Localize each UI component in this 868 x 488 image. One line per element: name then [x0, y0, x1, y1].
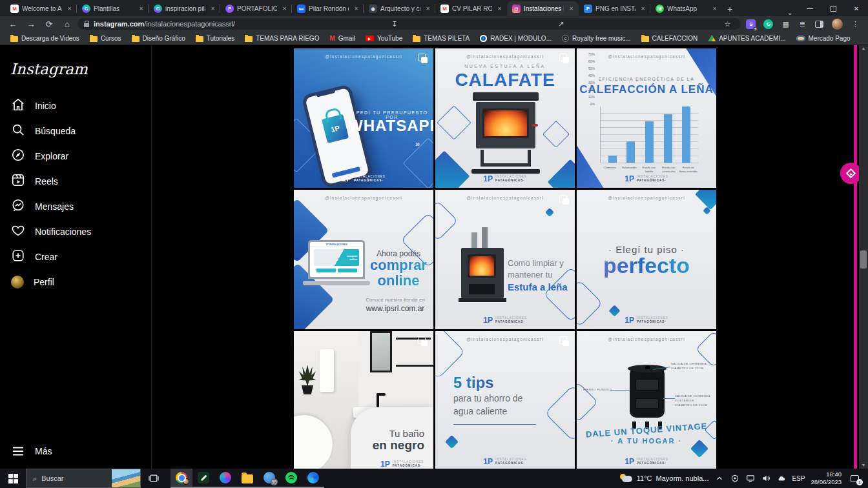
tab-close-icon[interactable]: ✕ — [65, 5, 74, 12]
bookmark-item[interactable]: TEMAS PILETA — [409, 34, 473, 43]
bookmark-item[interactable]: RADEX | MODULO... — [476, 34, 555, 43]
post-comprar-online[interactable]: @instalacionespatagonicassrl 1P INSTALAC… — [294, 190, 433, 329]
post-5-tips[interactable]: @instalacionespatagonicassrl 5 tips para… — [435, 331, 575, 469]
clock[interactable]: 18:40 28/06/2023 — [811, 471, 842, 486]
sidebar-item-inicio[interactable]: Inicio — [0, 93, 152, 118]
side-panel-icon[interactable] — [815, 21, 823, 28]
taskbar-app-spotify[interactable] — [280, 469, 302, 488]
post-vintage[interactable]: @instalacionespatagonicassrl SALIDA DE C… — [577, 331, 716, 469]
bookmark-item[interactable]: Cursos — [86, 34, 125, 43]
bookmark-item[interactable]: TEMAS PARA RIEGO — [241, 34, 323, 43]
maximize-button[interactable] — [822, 1, 845, 16]
brand-monogram: 1P — [483, 458, 493, 465]
scrollbar-thumb[interactable] — [860, 250, 867, 269]
taskbar-app-59[interactable]: 59 — [258, 469, 280, 488]
close-window-button[interactable]: ✕ — [845, 1, 868, 16]
tab-close-icon[interactable]: ✕ — [137, 5, 145, 12]
bookmark-item[interactable]: cRoyalty free music... — [558, 34, 635, 43]
tab-title: Instalaciones Patag — [524, 5, 564, 12]
browser-tab[interactable]: ☏WhatsApp✕ — [650, 1, 722, 16]
onedrive-cloud-icon[interactable] — [776, 474, 786, 483]
post-bano-negro[interactable]: Tu baño en negro 1PINSTALACIONESPATAGÓNI… — [294, 331, 433, 469]
sidebar-item-perfil[interactable]: Perfil — [0, 269, 152, 294]
tab-close-icon[interactable]: ✕ — [495, 5, 504, 12]
task-view-button[interactable] — [141, 469, 167, 488]
bookmark-item[interactable]: CALEFACCION — [637, 34, 702, 43]
back-icon[interactable]: ← — [5, 19, 21, 29]
browser-tab[interactable]: MWelcome to Adobe✕ — [5, 1, 77, 16]
sidebar-item-crear[interactable]: Crear — [0, 244, 152, 269]
address-bar[interactable]: instagram.com/instalacionespatagonicassr… — [78, 18, 741, 30]
tab-close-icon[interactable]: ✕ — [710, 5, 719, 12]
extensions-puzzle-icon[interactable]: ▦ — [778, 20, 792, 28]
sidebar-item-notificaciones[interactable]: Notificaciones — [0, 219, 152, 244]
browser-tab[interactable]: ◉Arquitecto y creati✕ — [364, 1, 435, 16]
browser-menu-icon[interactable]: ⋮ — [848, 20, 863, 28]
forward-icon[interactable]: → — [23, 19, 39, 29]
tab-search-chevron-icon[interactable]: ⌄ — [781, 9, 798, 16]
post-limpiar-estufa[interactable]: @instalacionespatagonicassrl Como limpia… — [435, 190, 575, 329]
browser-tab[interactable]: PPNG en INSTALAC✕ — [579, 1, 650, 16]
notification-center-button[interactable]: 1 — [847, 471, 862, 485]
post-whatsapp[interactable]: @instalacionespatagonicassrl 1P PEDÍ TU … — [294, 48, 433, 188]
taskbar-search-box[interactable]: ⌕ Buscar — [26, 469, 141, 488]
taskbar-app-edge[interactable] — [302, 469, 324, 488]
browser-tab[interactable]: ◻Instalaciones Patag✕ — [507, 1, 579, 16]
bookmark-star-icon[interactable]: ☆ — [721, 20, 735, 28]
reading-list-icon[interactable]: ≣ — [796, 20, 809, 28]
bookmark-item[interactable]: Tutoriales — [192, 34, 239, 43]
post-piso-perfecto[interactable]: @instalacionespatagonicassrl · Elegí tu … — [577, 190, 716, 329]
sidebar-item-more[interactable]: Más — [0, 444, 52, 458]
bookmark-item[interactable]: APUNTES ACADEMI... — [704, 34, 789, 43]
browser-tab[interactable]: CPlantillas✕ — [77, 1, 149, 16]
scroll-down-icon[interactable]: ▼ — [862, 462, 866, 469]
tray-chevron-icon[interactable] — [714, 474, 724, 483]
sidebar-item-explorar[interactable]: Explorar — [0, 143, 152, 168]
start-button[interactable] — [0, 469, 26, 488]
taskbar-app-chrome[interactable] — [170, 469, 192, 488]
lock-icon[interactable] — [84, 23, 89, 27]
reload-icon[interactable]: ⟳ — [41, 19, 57, 29]
download-icon[interactable]: ↧ — [388, 20, 401, 28]
home-icon[interactable]: ⌂ — [59, 19, 75, 29]
bookmark-item[interactable]: Diseño Gráfico — [128, 34, 189, 43]
browser-profile-avatar[interactable] — [832, 19, 843, 30]
scroll-up-icon[interactable]: ▲ — [862, 45, 866, 52]
language-indicator[interactable]: ESP — [792, 475, 805, 482]
network-icon[interactable] — [745, 474, 755, 483]
sidebar-item-mensajes[interactable]: Mensajes — [0, 194, 152, 219]
extension-purple-icon[interactable]: S5 — [746, 19, 756, 29]
tab-close-icon[interactable]: ✕ — [280, 5, 289, 12]
tab-close-icon[interactable]: ✕ — [209, 5, 217, 12]
bookmark-item[interactable]: Descarga de Videos — [6, 34, 83, 43]
taskbar-app-folder[interactable] — [236, 469, 258, 488]
share-icon[interactable]: ↗ — [554, 20, 568, 28]
tab-close-icon[interactable]: ✕ — [424, 5, 432, 12]
new-tab-button[interactable]: + — [722, 1, 738, 16]
minimize-button[interactable] — [798, 1, 822, 16]
post-calafate[interactable]: @instalacionespatagonicassrl NUEVA ESTUF… — [435, 48, 575, 188]
bookmark-item[interactable]: ▶YouTube — [362, 34, 406, 43]
taskbar-app-notes[interactable] — [192, 469, 214, 488]
tray-app-icon[interactable] — [730, 474, 739, 483]
weather-widget[interactable]: 11°C Mayorm. nubla... — [620, 474, 709, 483]
taskbar-app-office[interactable] — [214, 469, 236, 488]
bookmark-item[interactable]: MGmail — [326, 34, 358, 43]
instagram-logo[interactable]: Instagram — [10, 61, 88, 77]
browser-tab[interactable]: BēPilar Rondón on Be✕ — [292, 1, 364, 16]
search-highlight-image[interactable] — [112, 469, 140, 488]
browser-tab[interactable]: MCV PILAR RONDO✕ — [435, 1, 507, 16]
volume-icon[interactable] — [761, 474, 770, 483]
post-eficiencia[interactable]: @instalacionespatagonicassrl EFICIENCIA … — [577, 48, 716, 188]
browser-tab[interactable]: PPORTAFOLIO - Pre✕ — [220, 1, 292, 16]
extension-green-icon[interactable]: G — [763, 19, 773, 29]
bookmark-item[interactable]: Mercado Pago — [792, 34, 854, 43]
tab-close-icon[interactable]: ✕ — [639, 5, 647, 12]
sidebar-item-bsqueda[interactable]: Búsqueda — [0, 118, 152, 143]
tab-close-icon[interactable]: ✕ — [567, 5, 575, 12]
sidebar-item-reels[interactable]: Reels — [0, 168, 152, 194]
page-scrollbar[interactable]: ▲ ▼ — [859, 45, 868, 469]
tab-close-icon[interactable]: ✕ — [352, 5, 360, 12]
bookmark-label: TEMAS PILETA — [424, 35, 470, 42]
browser-tab[interactable]: Cinspiracion pilart -✕ — [149, 1, 220, 16]
